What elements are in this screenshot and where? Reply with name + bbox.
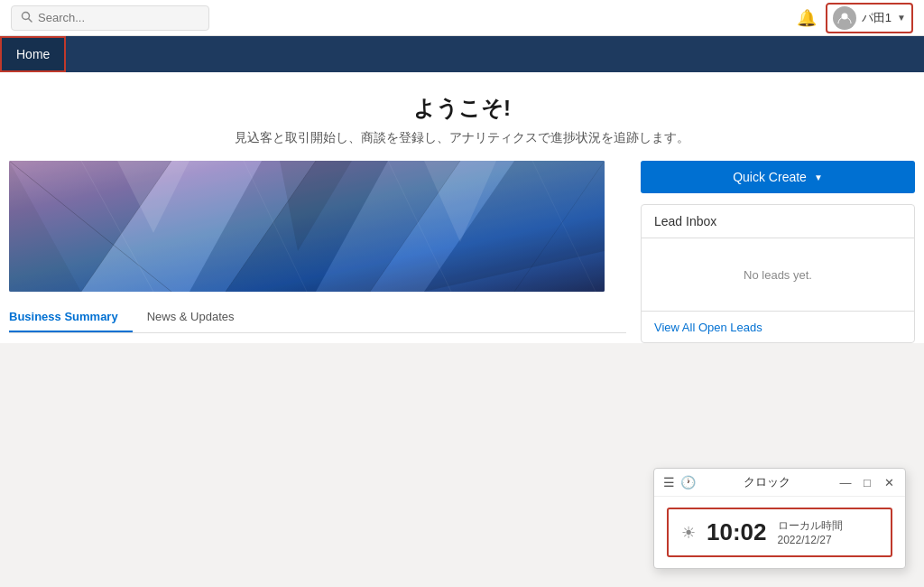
user-area[interactable]: パ田1 ▼ bbox=[826, 3, 913, 33]
bell-icon[interactable]: 🔔 bbox=[797, 8, 817, 28]
lead-inbox-body: No leads yet. bbox=[642, 238, 914, 311]
clock-widget: ☰ 🕐 クロック — □ ✕ ☀ 10:02 ローカル時間 2022/12/27 bbox=[653, 468, 906, 569]
content-area: Business Summary News & Updates Quick Cr… bbox=[0, 161, 924, 343]
clock-window-controls: — □ ✕ bbox=[838, 476, 896, 489]
clock-sun-icon: ☀ bbox=[681, 523, 696, 543]
user-name-label: パ田1 bbox=[862, 10, 892, 26]
search-icon bbox=[21, 10, 32, 26]
clock-time-row: ☀ 10:02 ローカル時間 2022/12/27 bbox=[667, 508, 892, 557]
main-content: ようこそ! 見込客と取引開始し、商談を登録し、アナリティクスで進捗状況を追跡しま… bbox=[0, 72, 924, 343]
lead-inbox-header: Lead Inbox bbox=[642, 205, 914, 238]
clock-timezone-label: ローカル時間 bbox=[778, 518, 843, 534]
lead-inbox-card: Lead Inbox No leads yet. View All Open L… bbox=[641, 204, 915, 343]
quick-create-label: Quick Create bbox=[733, 170, 807, 184]
quick-create-button[interactable]: Quick Create ▼ bbox=[641, 161, 915, 193]
avatar bbox=[833, 6, 856, 30]
welcome-subtitle: 見込客と取引開始し、商談を登録し、アナリティクスで進捗状況を追跡します。 bbox=[0, 130, 924, 146]
welcome-section: ようこそ! 見込客と取引開始し、商談を登録し、アナリティクスで進捗状況を追跡しま… bbox=[0, 72, 924, 161]
left-panel: Business Summary News & Updates bbox=[9, 161, 626, 343]
clock-body: ☀ 10:02 ローカル時間 2022/12/27 bbox=[654, 497, 905, 568]
hero-image bbox=[9, 161, 605, 292]
clock-time-display: 10:02 bbox=[707, 518, 767, 546]
right-panel: Quick Create ▼ Lead Inbox No leads yet. … bbox=[626, 161, 915, 343]
clock-title-label: クロック bbox=[703, 474, 831, 490]
search-area[interactable] bbox=[11, 5, 209, 31]
svg-point-2 bbox=[841, 13, 847, 19]
top-bar: 🔔 パ田1 ▼ bbox=[0, 0, 924, 36]
clock-menu-icons: ☰ 🕐 bbox=[663, 475, 696, 489]
clock-restore-btn[interactable]: □ bbox=[860, 476, 874, 489]
nav-item-home[interactable]: Home bbox=[0, 36, 66, 72]
clock-close-btn[interactable]: ✕ bbox=[882, 476, 896, 489]
tab-news-updates[interactable]: News & Updates bbox=[147, 303, 249, 332]
top-right-area: 🔔 パ田1 ▼ bbox=[797, 3, 913, 33]
tabs-area: Business Summary News & Updates bbox=[9, 303, 626, 333]
clock-hamburger-icon[interactable]: ☰ bbox=[663, 475, 675, 489]
clock-timezone-info: ローカル時間 2022/12/27 bbox=[778, 518, 843, 546]
welcome-title: ようこそ! bbox=[0, 94, 924, 123]
nav-bar: Home bbox=[0, 36, 924, 72]
nav-home-label: Home bbox=[16, 47, 50, 61]
clock-alarm-icon[interactable]: 🕐 bbox=[680, 475, 696, 489]
svg-line-1 bbox=[29, 18, 32, 22]
clock-title-bar: ☰ 🕐 クロック — □ ✕ bbox=[654, 469, 905, 497]
no-leads-text: No leads yet. bbox=[744, 268, 812, 282]
clock-minimize-btn[interactable]: — bbox=[838, 476, 853, 489]
lead-inbox-footer: View All Open Leads bbox=[642, 311, 914, 342]
user-menu-chevron: ▼ bbox=[897, 13, 906, 23]
quick-create-caret: ▼ bbox=[814, 172, 823, 182]
search-input[interactable] bbox=[38, 11, 199, 24]
tab-business-summary[interactable]: Business Summary bbox=[9, 303, 133, 332]
clock-date-display: 2022/12/27 bbox=[778, 534, 843, 546]
view-all-open-leads-link[interactable]: View All Open Leads bbox=[654, 321, 762, 334]
